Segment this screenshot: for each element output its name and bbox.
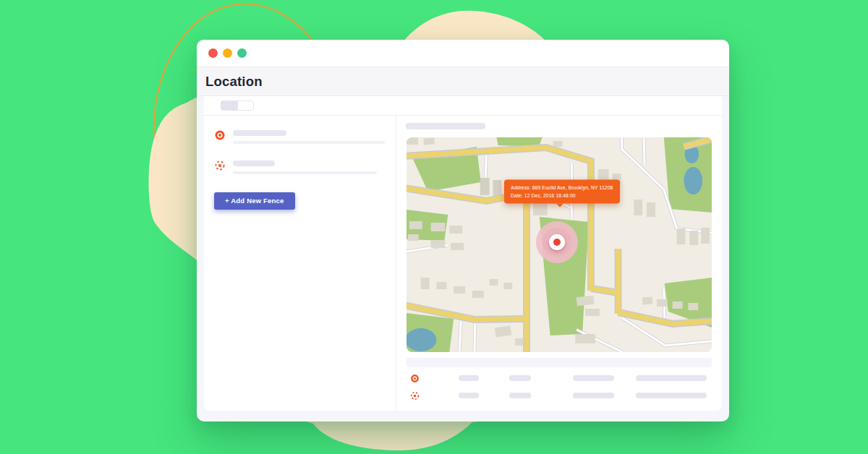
- location-dot-icon: [410, 374, 420, 383]
- tooltip-date: Date: 12 Dec, 2016 18:48:00: [511, 192, 613, 200]
- table-row[interactable]: [407, 374, 712, 383]
- hero-illustration: Location: [0, 0, 868, 454]
- skeleton-cell: [509, 375, 531, 381]
- window-titlebar: [197, 40, 729, 67]
- list-item[interactable]: [214, 160, 396, 174]
- skeleton-cell: [636, 393, 707, 398]
- toolbar: [204, 96, 722, 116]
- skeleton-cell: [459, 375, 479, 381]
- zoom-window-button[interactable]: [237, 48, 247, 58]
- table-header-skeleton: [407, 358, 712, 367]
- map-canvas[interactable]: Address: 669 Euclid Ave, Brooklyn, NY 11…: [407, 137, 712, 352]
- skeleton-line: [233, 141, 385, 144]
- skeleton-title: [233, 160, 275, 166]
- map-tooltip: Address: 669 Euclid Ave, Brooklyn, NY 11…: [504, 180, 619, 204]
- app-window: Location: [197, 40, 729, 421]
- skeleton-title: [233, 130, 286, 136]
- skeleton-title: [406, 123, 485, 129]
- close-window-button[interactable]: [208, 48, 218, 58]
- map-marker-dot: [553, 239, 561, 246]
- skeleton-cell: [573, 393, 614, 398]
- add-new-fence-button[interactable]: + Add New Fence: [214, 192, 295, 210]
- map-panel: Address: 669 Euclid Ave, Brooklyn, NY 11…: [396, 116, 722, 411]
- view-toggle-off-segment: [237, 100, 254, 111]
- fence-list-panel: + Add New Fence: [204, 116, 396, 411]
- view-toggle[interactable]: [221, 100, 254, 111]
- skeleton-cell: [509, 393, 531, 398]
- skeleton-cell: [636, 375, 707, 381]
- list-item[interactable]: [214, 129, 396, 144]
- skeleton-cell: [459, 393, 479, 398]
- view-toggle-on-segment: [221, 100, 237, 111]
- page-title: Location: [205, 74, 263, 90]
- skeleton-cell: [573, 375, 614, 381]
- location-dot-icon: [214, 129, 226, 141]
- table-row[interactable]: [407, 391, 712, 401]
- page-header: Location: [197, 67, 729, 96]
- skeleton-line: [233, 171, 377, 174]
- minimize-window-button[interactable]: [223, 48, 232, 58]
- content-frame: + Add New Fence: [197, 96, 729, 421]
- tooltip-address: Address: 669 Euclid Ave, Brooklyn, NY 11…: [511, 184, 613, 192]
- geofence-icon: [214, 160, 226, 171]
- geofence-icon: [410, 391, 420, 401]
- content-card: + Add New Fence: [204, 96, 722, 411]
